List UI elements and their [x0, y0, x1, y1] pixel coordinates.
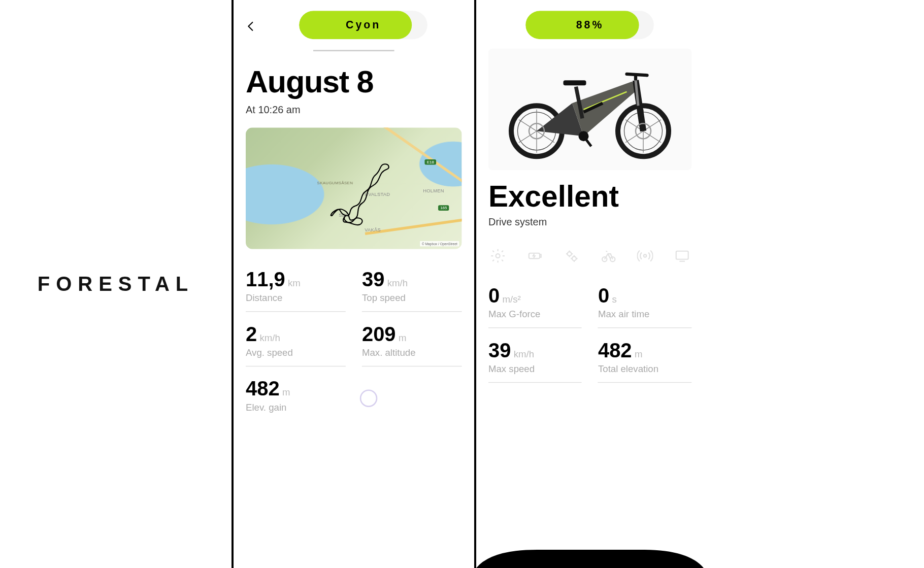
ride-date-title: August 8	[246, 63, 462, 100]
loading-spinner-icon	[360, 389, 378, 407]
stat-elev-gain: 482m Elev. gain	[246, 377, 346, 420]
svg-line-12	[643, 131, 661, 143]
stat-airtime: 0s Max air time	[598, 284, 691, 328]
stat-max-speed: 39km/h Max speed	[488, 339, 582, 383]
ride-header: Cyon	[246, 0, 462, 45]
ride-track-path-icon	[246, 127, 462, 249]
system-icons-row	[488, 244, 691, 281]
status-subtitle: Drive system	[488, 216, 691, 228]
svg-line-9	[519, 120, 537, 131]
svg-point-31	[572, 256, 576, 260]
svg-point-34	[644, 254, 646, 257]
bike-image	[488, 49, 691, 170]
back-button[interactable]	[246, 14, 256, 36]
brand-panel: FORESTAL	[0, 0, 234, 568]
ride-detail-screen: Cyon August 8 At 10:26 am E18 165 Skaugu…	[234, 0, 476, 568]
battery-percent-label: 88%	[526, 19, 654, 31]
svg-point-27	[496, 254, 500, 258]
ride-map[interactable]: E18 165 Skaugumsåsen HVALSTAD HOLMEN SEM…	[246, 127, 462, 249]
status-title: Excellent	[488, 180, 691, 214]
stat-max-altitude: 209m Max. altitude	[362, 323, 462, 366]
bike-name-label: Cyon	[299, 19, 427, 31]
bike-status-screen: 88%	[476, 0, 704, 568]
ride-stats-grid: 11,9km Distance 39km/h Top speed 2km/h A…	[246, 268, 462, 431]
svg-rect-29	[539, 254, 541, 257]
stat-gforce: 0m/s² Max G-force	[488, 284, 582, 328]
display-icon[interactable]	[674, 248, 690, 264]
svg-rect-18	[564, 80, 586, 85]
status-header: 88%	[488, 0, 691, 45]
brand-logo-text: FORESTAL	[38, 273, 194, 295]
svg-point-30	[568, 252, 572, 256]
gear-icon[interactable]	[490, 248, 506, 264]
bike-icon[interactable]	[600, 248, 616, 264]
sheet-handle[interactable]	[313, 50, 394, 51]
svg-line-14	[625, 131, 643, 143]
bike-selector-pill[interactable]: Cyon	[299, 11, 427, 39]
gears-icon[interactable]	[564, 248, 580, 264]
map-attribution: © Mapbox / OpenStreet	[420, 241, 459, 247]
battery-pill[interactable]: 88%	[526, 11, 654, 39]
svg-line-6	[537, 131, 554, 143]
stat-total-elev: 482m Total elevation	[598, 339, 691, 383]
stat-distance: 11,9km Distance	[246, 268, 346, 312]
signal-icon[interactable]	[637, 248, 653, 264]
stat-top-speed: 39km/h Top speed	[362, 268, 462, 312]
svg-rect-35	[676, 251, 688, 259]
status-stats-grid: 0m/s² Max G-force 0s Max air time 39km/h…	[488, 284, 691, 393]
svg-line-8	[519, 131, 537, 143]
phone-bottom-curve	[476, 550, 704, 568]
battery-icon[interactable]	[526, 248, 543, 264]
stat-avg-speed: 2km/h Avg. speed	[246, 323, 346, 366]
ride-time: At 10:26 am	[246, 104, 462, 116]
